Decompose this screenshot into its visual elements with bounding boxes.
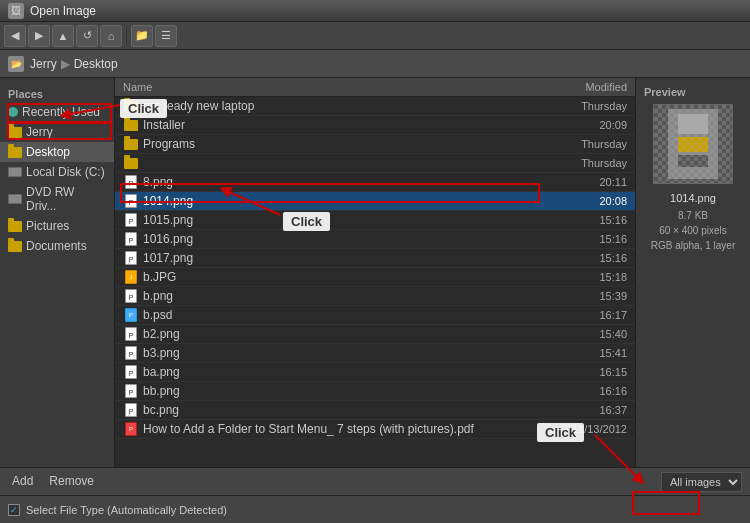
location-icon: 📂 [8, 56, 24, 72]
file-name: 1017.png [143, 251, 535, 265]
window-title: Open Image [30, 4, 742, 18]
png-icon: P [125, 232, 137, 246]
address-part-1: Jerry [30, 57, 57, 71]
file-name: get ready new laptop [143, 99, 535, 113]
file-item[interactable]: P b2.png 15:40 [115, 325, 635, 344]
file-item[interactable]: P 1014.png 20:08 [115, 192, 635, 211]
file-modified: 15:39 [535, 290, 635, 302]
file-item[interactable]: P b3.png 15:41 [115, 344, 635, 363]
auto-detect-checkbox[interactable]: ✓ [8, 504, 20, 516]
file-modified: 20:09 [535, 119, 635, 131]
file-icon-container: P [123, 175, 139, 189]
documents-folder-icon [8, 241, 22, 252]
file-item[interactable]: P How to Add a Folder to Start Menu_ 7 s… [115, 420, 635, 439]
file-name: 1015.png [143, 213, 535, 227]
sidebar-label-dvd-rw: DVD RW Driv... [26, 185, 106, 213]
file-item[interactable]: P 1015.png 15:16 [115, 211, 635, 230]
file-icon-container [123, 99, 139, 113]
file-name: bc.png [143, 403, 535, 417]
file-item[interactable]: get ready new laptop Thursday [115, 97, 635, 116]
file-item[interactable]: P ba.png 16:15 [115, 363, 635, 382]
file-modified: 11/13/2012 [535, 423, 635, 435]
file-icon-container: J [123, 270, 139, 284]
back-button[interactable]: ◀ [4, 25, 26, 47]
file-icon-container: P [123, 213, 139, 227]
file-name: b.png [143, 289, 535, 303]
file-item[interactable]: P bc.png 16:37 [115, 401, 635, 420]
file-name: ba.png [143, 365, 535, 379]
file-modified: Thursday [535, 138, 635, 150]
remove-button[interactable]: Remove [45, 472, 98, 491]
sidebar-item-pictures[interactable]: Pictures [0, 216, 114, 236]
file-item[interactable]: J b.JPG 15:18 [115, 268, 635, 287]
preview-filename: 1014.png [670, 192, 716, 204]
up-button[interactable]: ▲ [52, 25, 74, 47]
file-item[interactable]: Thursday [115, 154, 635, 173]
file-item[interactable]: P 1016.png 15:16 [115, 230, 635, 249]
png-icon: P [125, 175, 137, 189]
address-path: Jerry ▶ Desktop [30, 57, 118, 71]
preview-label: Preview [644, 86, 686, 98]
file-icon-container [123, 137, 139, 151]
toolbar: ◀ ▶ ▲ ↺ ⌂ 📁 ☰ [0, 22, 750, 50]
file-name: How to Add a Folder to Start Menu_ 7 ste… [143, 422, 535, 436]
file-item[interactable]: Installer 20:09 [115, 116, 635, 135]
file-modified: 15:16 [535, 214, 635, 226]
file-item[interactable]: Programs Thursday [115, 135, 635, 154]
jerry-folder-icon [8, 127, 22, 138]
file-modified: 15:16 [535, 252, 635, 264]
add-button[interactable]: Add [8, 472, 37, 491]
sidebar-section-label: Places [0, 86, 114, 102]
file-item[interactable]: P 8.png 20:11 [115, 173, 635, 192]
forward-button[interactable]: ▶ [28, 25, 50, 47]
file-item[interactable]: P 1017.png 15:16 [115, 249, 635, 268]
recently-used-icon [8, 107, 18, 117]
file-modified: 16:17 [535, 309, 635, 321]
file-modified: 15:18 [535, 271, 635, 283]
desktop-folder-icon [8, 147, 22, 158]
file-name: b2.png [143, 327, 535, 341]
file-icon-container: P [123, 403, 139, 417]
sidebar-item-dvd-rw[interactable]: DVD RW Driv... [0, 182, 114, 216]
file-item[interactable]: P b.psd 16:17 [115, 306, 635, 325]
file-list-header: Name Modified [115, 78, 635, 97]
sidebar-item-documents[interactable]: Documents [0, 236, 114, 256]
png-icon: P [125, 194, 137, 208]
file-modified: 16:37 [535, 404, 635, 416]
file-item[interactable]: P b.png 15:39 [115, 287, 635, 306]
home-button[interactable]: ⌂ [100, 25, 122, 47]
file-modified: 15:41 [535, 347, 635, 359]
folder-icon [124, 139, 138, 150]
filter-select[interactable]: All images [661, 472, 742, 492]
file-name: 1014.png [143, 194, 535, 208]
file-modified: 15:40 [535, 328, 635, 340]
png-icon: P [125, 346, 137, 360]
sidebar-item-jerry[interactable]: Jerry [0, 122, 114, 142]
file-item[interactable]: P bb.png 16:16 [115, 382, 635, 401]
jpg-icon: J [125, 270, 137, 284]
png-icon: P [125, 251, 137, 265]
dialog-window: 🖼 Open Image ◀ ▶ ▲ ↺ ⌂ 📁 ☰ 📂 Jerry ▶ Des… [0, 0, 750, 523]
sidebar-item-local-disk[interactable]: Local Disk (C:) [0, 162, 114, 182]
file-name: Programs [143, 137, 535, 151]
file-modified: 15:16 [535, 233, 635, 245]
preview-checkerboard [654, 105, 732, 183]
sidebar-item-desktop[interactable]: Desktop [0, 142, 114, 162]
refresh-button[interactable]: ↺ [76, 25, 98, 47]
file-icon-container: P [123, 327, 139, 341]
sidebar-label-pictures: Pictures [26, 219, 69, 233]
file-icon-container [123, 156, 139, 170]
sidebar-label-local-disk: Local Disk (C:) [26, 165, 105, 179]
file-icon-container: P [123, 289, 139, 303]
file-list[interactable]: get ready new laptop Thursday Installer … [115, 97, 635, 467]
window-icon: 🖼 [8, 3, 24, 19]
preview-dimensions: 60 × 400 pixels [659, 223, 727, 238]
view-toggle-button[interactable]: ☰ [155, 25, 177, 47]
sidebar-item-recently-used[interactable]: Recently Used [0, 102, 114, 122]
local-disk-icon [8, 167, 22, 177]
address-part-2: Desktop [74, 57, 118, 71]
file-name: bb.png [143, 384, 535, 398]
new-folder-button[interactable]: 📁 [131, 25, 153, 47]
file-name: b.psd [143, 308, 535, 322]
title-bar: 🖼 Open Image [0, 0, 750, 22]
